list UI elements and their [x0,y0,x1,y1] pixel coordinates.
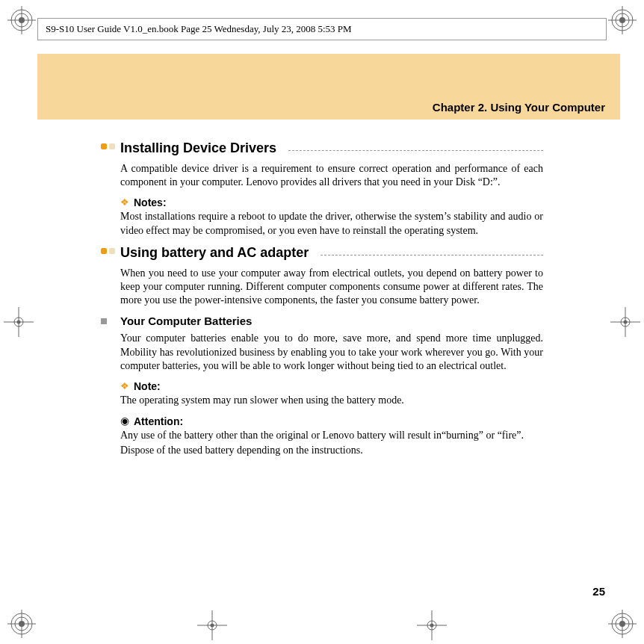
section-heading: Installing Device Drivers [120,140,543,156]
diamond-icon: ❖ [120,380,129,392]
attention-icon: ◉ [120,415,129,427]
registration-mark-icon [608,610,637,638]
svg-point-34 [427,621,436,630]
page-number: 25 [592,585,605,598]
section-title: Installing Device Drivers [120,140,276,156]
attention-label-text: Attention: [134,415,183,427]
attention-label: ◉ Attention: [120,415,543,427]
crop-mark-icon [417,610,447,640]
svg-point-35 [430,624,433,628]
registration-mark-icon [7,610,36,638]
body-paragraph: Most installations require a reboot to u… [120,210,543,237]
registration-mark-icon [608,6,637,34]
svg-point-22 [14,318,23,326]
body-paragraph: Your computer batteries enable you to do… [120,332,543,373]
document-header-text: S9-S10 User Guide V1.0_en.book Page 25 W… [46,23,352,35]
body-paragraph: The operating system may run slower when… [120,394,543,407]
section-bullet-icon [101,143,115,149]
svg-point-31 [211,624,214,628]
heading-dash-line [321,255,543,256]
section-title: Using battery and AC adapter [120,245,309,261]
crop-mark-icon [4,307,34,337]
chapter-title: Chapter 2. Using Your Computer [433,101,605,114]
body-paragraph: Any use of the battery other than the or… [120,429,543,442]
svg-point-27 [624,321,628,324]
registration-mark-icon [7,6,36,34]
note-label: ❖ Note: [120,380,543,392]
notes-label: ❖ Notes: [120,196,543,208]
square-bullet-icon [101,318,107,324]
subsection-heading: Your Computer Batteries [120,315,543,327]
document-header-box: S9-S10 User Guide V1.0_en.book Page 25 W… [37,18,607,40]
svg-point-26 [621,318,630,326]
body-paragraph: A compatible device driver is a requirem… [120,162,543,189]
crop-mark-icon [197,610,227,640]
note-label-text: Note: [134,380,161,392]
notes-label-text: Notes: [134,196,167,208]
section-heading: Using battery and AC adapter [120,245,543,261]
body-paragraph: When you need to use your computer away … [120,267,543,308]
heading-dash-line [288,150,543,151]
diamond-icon: ❖ [120,196,129,208]
svg-point-30 [208,621,217,630]
page-content: Installing Device Drivers A compatible d… [101,140,543,465]
subsection-title: Your Computer Batteries [120,315,252,327]
crop-mark-icon [610,307,640,337]
svg-point-23 [17,321,21,324]
body-paragraph: Dispose of the used battery depending on… [120,444,543,457]
section-bullet-icon [101,248,115,254]
